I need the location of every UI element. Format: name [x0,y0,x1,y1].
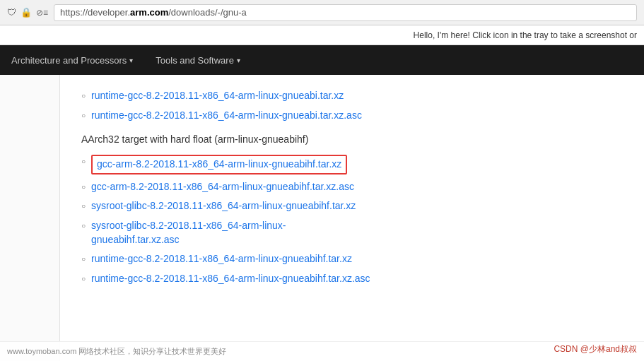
bullet-icon: ○ [81,255,86,263]
file-link-runtime-gnueabihf-asc[interactable]: runtime-gcc-8.2-2018.11-x86_64-arm-linux… [91,272,370,286]
list-item: ○ runtime-gcc-8.2-2018.11-x86_64-arm-lin… [81,89,623,103]
nav-label-tools: Tools and Software [156,55,234,66]
list-item: ○ runtime-gcc-8.2-2018.11-x86_64-arm-lin… [81,252,623,266]
browser-toolbar: 🛡 🔒 ⊘≡ https://developer.arm.com/downloa… [0,0,644,25]
nav-label-architecture: Architecture and Processors [11,55,127,66]
bullet-icon: ○ [81,112,86,119]
file-link-runtime-gnueabi-tar[interactable]: runtime-gcc-8.2-2018.11-x86_64-arm-linux… [91,89,344,103]
chevron-down-icon-tools: ▾ [237,57,240,64]
file-link-sysroot-gnueabihf-asc[interactable]: sysroot-glibc-8.2-2018.11-x86_64-arm-lin… [91,219,286,247]
content-area: ○ runtime-gcc-8.2-2018.11-x86_64-arm-lin… [0,75,644,361]
list-item: ○ gcc-arm-8.2-2018.11-x86_64-arm-linux-g… [81,155,623,174]
list-item: ○ runtime-gcc-8.2-2018.11-x86_64-arm-lin… [81,109,623,123]
notification-text: Hello, I'm here! Click icon in the tray … [414,30,637,40]
notification-bar: Hello, I'm here! Click icon in the tray … [0,25,644,45]
address-prefix: https://developer. [60,7,130,18]
bottom-bar: www.toymoban.com 网络技术社区，知识分享让技术世界更美好 CSD… [0,341,644,361]
bullet-icon: ○ [81,92,86,100]
address-domain: arm.com [130,7,168,18]
bullet-icon: ○ [81,158,86,165]
file-link-sysroot-gnueabihf-tar[interactable]: sysroot-glibc-8.2-2018.11-x86_64-arm-lin… [91,199,356,213]
list-item: ○ runtime-gcc-8.2-2018.11-x86_64-arm-lin… [81,272,623,286]
file-link-runtime-gnueabi-asc[interactable]: runtime-gcc-8.2-2018.11-x86_64-arm-linux… [91,109,362,123]
main-content: ○ runtime-gcc-8.2-2018.11-x86_64-arm-lin… [60,75,644,361]
security-icons: 🛡 🔒 ⊘≡ [7,7,48,18]
address-bar[interactable]: https://developer.arm.com/downloads/-/gn… [54,4,637,21]
lock-icon: 🔒 [21,7,32,18]
watermark-left: www.toymoban.com 网络技术社区，知识分享让技术世界更美好 [7,346,226,357]
file-link-runtime-gnueabihf-tar[interactable]: runtime-gcc-8.2-2018.11-x86_64-arm-linux… [91,252,352,266]
file-link-gcc-gnueabihf-asc[interactable]: gcc-arm-8.2-2018.11-x86_64-arm-linux-gnu… [91,180,354,194]
list-item: ○ gcc-arm-8.2-2018.11-x86_64-arm-linux-g… [81,180,623,194]
file-list-gnueabi: ○ runtime-gcc-8.2-2018.11-x86_64-arm-lin… [81,89,623,122]
left-sidebar [0,75,60,361]
list-item: ○ sysroot-glibc-8.2-2018.11-x86_64-arm-l… [81,219,623,247]
navbar: Architecture and Processors ▾ Tools and … [0,45,644,75]
nav-item-architecture[interactable]: Architecture and Processors ▾ [0,45,144,75]
file-link-gcc-gnueabihf-tar-highlighted[interactable]: gcc-arm-8.2-2018.11-x86_64-arm-linux-gnu… [91,155,347,174]
shield-icon: 🛡 [7,7,16,18]
list-item: ○ sysroot-glibc-8.2-2018.11-x86_64-arm-l… [81,199,623,213]
watermark-right: CSDN @少林and叔叔 [554,343,637,355]
bullet-icon: ○ [81,202,86,210]
section-header-gnueabihf: AArch32 target with hard float (arm-linu… [81,134,623,145]
nav-item-tools[interactable]: Tools and Software ▾ [144,45,252,75]
bullet-icon: ○ [81,222,86,230]
bullet-icon: ○ [81,183,86,191]
chevron-down-icon: ▾ [129,57,133,64]
address-path: /downloads/-/gnu-a [168,7,247,18]
tracking-icon: ⊘≡ [36,8,48,18]
bullet-icon: ○ [81,275,86,283]
file-list-gnueabihf: ○ gcc-arm-8.2-2018.11-x86_64-arm-linux-g… [81,155,623,285]
